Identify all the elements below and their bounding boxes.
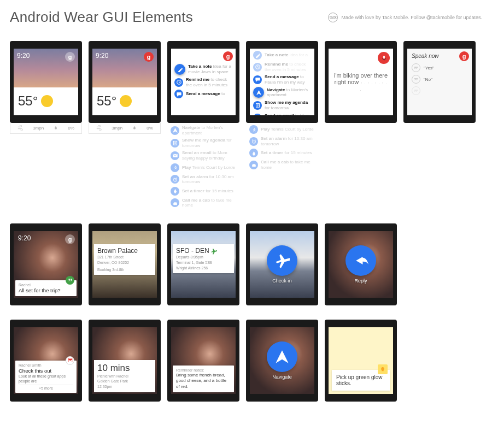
- option-yes[interactable]: "Yes": [412, 63, 467, 72]
- hangouts-card[interactable]: Rachel All set for the trip?: [15, 280, 77, 296]
- checkin-button[interactable]: [267, 245, 297, 276]
- precip-icon: [132, 126, 137, 131]
- cue-item-pencil[interactable]: Take a note idea for a: [250, 50, 314, 61]
- reminder-header: Reminder notes:: [176, 368, 231, 372]
- page-header: Android Wear GUI Elements tack Made with…: [10, 9, 482, 26]
- action-bg: Reply: [329, 231, 393, 298]
- cue-text: Call me a cab to take me home: [261, 160, 315, 170]
- more-count[interactable]: +5 more: [19, 385, 73, 390]
- flight-carrier: Wright Airlines 256: [176, 266, 231, 271]
- temperature: 55°: [18, 93, 38, 109]
- sun-icon: [120, 95, 132, 107]
- cue-item-music[interactable]: Play Tennis Court by Lorde: [246, 124, 318, 135]
- car-icon: [249, 161, 258, 169]
- cue-item-mail[interactable]: Send an email to Mom saying happy birthd…: [167, 149, 239, 162]
- chat-icon: [253, 75, 262, 84]
- cue-item-chat[interactable]: Send a message to Paula I'm on my way: [250, 73, 314, 86]
- navigate-button[interactable]: [267, 341, 297, 372]
- wind-icon: [96, 125, 102, 132]
- weather-card[interactable]: 55°: [92, 87, 157, 115]
- keep-card[interactable]: Pick up green glow sticks.: [332, 370, 390, 391]
- cue-text: Set a timer for 15 minutes: [261, 150, 312, 156]
- reply-button[interactable]: [345, 245, 376, 276]
- sender-name: Rachel Smith: [19, 363, 73, 367]
- city-photo: SFO - DEN Departs 8:05pm Terminal 1, Gat…: [171, 231, 236, 298]
- watch-reply-action: Reply: [325, 223, 397, 305]
- reminder-card[interactable]: Reminder notes: Bring some french bread,…: [173, 366, 234, 392]
- email-subject: Check this out: [19, 368, 73, 374]
- watch-hangouts: 9:20 g Rachel All set for the trip?: [10, 223, 82, 305]
- google-badge-active[interactable]: g: [144, 52, 154, 62]
- pencil-icon: [174, 64, 185, 75]
- cue-item-car[interactable]: Call me a cab to take me home: [167, 197, 239, 209]
- flight-card[interactable]: SFO - DEN Departs 8:05pm Terminal 1, Gat…: [173, 244, 234, 273]
- cue-text: Set an alarm for 10:30 am tomorrow: [261, 136, 315, 146]
- cue-item-timer[interactable]: Set a timer for 15 minutes: [246, 148, 318, 158]
- cue-text: Show me my agenda for tomorrow: [265, 100, 311, 110]
- cue-item-agenda[interactable]: Show me my agenda for tomorrow: [167, 137, 239, 149]
- event-location: Golden Gate Park: [97, 379, 152, 384]
- cue-item-timer[interactable]: Set a timer for 15 minutes: [167, 186, 239, 197]
- mail-icon: [171, 151, 179, 160]
- weather-detail-strip: 3mph 0%: [89, 123, 161, 134]
- wind-icon: [17, 125, 23, 132]
- reminder-body: Bring some french bread, good cheese, an…: [176, 373, 231, 390]
- nav-icon: [171, 126, 179, 135]
- music-icon: [249, 125, 258, 134]
- temperature: 55°: [97, 93, 116, 109]
- option-no[interactable]: "No": [412, 75, 467, 84]
- flight-route: SFO - DEN: [176, 247, 231, 255]
- watch-flight: SFO - DEN Departs 8:05pm Terminal 1, Gat…: [167, 223, 239, 305]
- time-label: 9:20: [18, 234, 31, 242]
- cue-item-agenda[interactable]: Show me my agenda for tomorrow: [250, 99, 314, 111]
- car-icon: [171, 198, 179, 207]
- eta-duration: 10 mins: [97, 363, 152, 374]
- cue-text: Set a timer for 15 minutes: [182, 188, 233, 194]
- event-time: 12:30pm: [97, 384, 152, 390]
- google-badge-active[interactable]: g: [459, 51, 469, 61]
- depart-time: Departs 8:05pm: [176, 255, 231, 260]
- mail-icon: [253, 114, 262, 115]
- cue-item-pencil[interactable]: Take a note idea for a movie Jaws in spa…: [171, 63, 236, 76]
- watch-cue-navigate: Take a note idea for aRemind me to check…: [246, 41, 318, 171]
- cue-list[interactable]: Take a note idea for aRemind me to check…: [250, 49, 314, 115]
- cue-item-clock[interactable]: Remind me to check the oven in 5 minutes: [171, 76, 236, 89]
- cue-item-music[interactable]: Play Tennis Court by Lorde: [167, 162, 239, 173]
- cue-text: Remind me to check the oven in 5 minutes: [265, 62, 311, 72]
- watch-keep-note: Pick up green glow sticks.: [325, 320, 397, 402]
- cue-item-car[interactable]: Call me a cab to take me home: [246, 158, 318, 171]
- google-badge[interactable]: g: [65, 234, 75, 244]
- cue-list[interactable]: Take a note idea for a movie Jaws in spa…: [171, 49, 236, 99]
- cue-text: Play Tennis Court by Lorde: [261, 127, 314, 132]
- cue-item-clock[interactable]: Remind me to check the oven in 5 minutes: [250, 61, 314, 73]
- cue-item-alarm[interactable]: Set an alarm for 10:30 am tomorrow: [167, 173, 239, 186]
- cue-text: Send a message to Paula I'm on my way: [265, 74, 311, 85]
- cue-item-mail[interactable]: Send an email to Mom saying happy birthd…: [250, 112, 314, 115]
- precip-icon: [54, 126, 58, 131]
- hotel-card[interactable]: Brown Palace 321 17th Street Denver, CO …: [94, 244, 155, 275]
- google-badge[interactable]: g: [65, 52, 75, 62]
- agenda-icon: [171, 139, 179, 148]
- watch-weather-grey: 9:20 g 55° 3mph 0%: [10, 41, 82, 134]
- watch-weather-red: 9:20 g 55° 3mph 0%: [89, 41, 161, 134]
- mic-icon[interactable]: [378, 52, 390, 64]
- sun-icon: [41, 95, 53, 107]
- time-label: 9:20: [17, 52, 30, 60]
- waveform-icon: : . : . : . : . .: [360, 80, 387, 92]
- alarm-icon: [249, 137, 258, 146]
- cue-item-nav[interactable]: Navigate to Morten's apartment: [167, 124, 239, 137]
- option-more[interactable]: [412, 86, 467, 95]
- gmail-card[interactable]: Rachel Smith Check this out Look at all …: [15, 361, 77, 393]
- cue-item-alarm[interactable]: Set an alarm for 10:30 am tomorrow: [246, 135, 318, 148]
- address-line-2: Denver, CO 80202: [97, 260, 152, 266]
- booking-dates: Booking 3rd-8th: [97, 267, 152, 273]
- credit-line: tack Made with love by Tack Mobile. Foll…: [328, 13, 482, 22]
- cue-text: Navigate to Morten's apartment: [267, 87, 311, 98]
- contact-photo: Reminder notes: Bring some french bread,…: [171, 327, 236, 394]
- hotel-photo: Brown Palace 321 17th Street Denver, CO …: [92, 231, 157, 298]
- eta-card[interactable]: 10 mins Picnic with Rachel Golden Gate P…: [94, 360, 155, 392]
- action-bg: Check-in: [250, 231, 314, 298]
- cue-item-nav[interactable]: Navigate to Morten's apartment: [250, 86, 314, 99]
- cue-item-chat[interactable]: Send a message to: [171, 89, 236, 99]
- weather-card[interactable]: 55°: [14, 87, 78, 115]
